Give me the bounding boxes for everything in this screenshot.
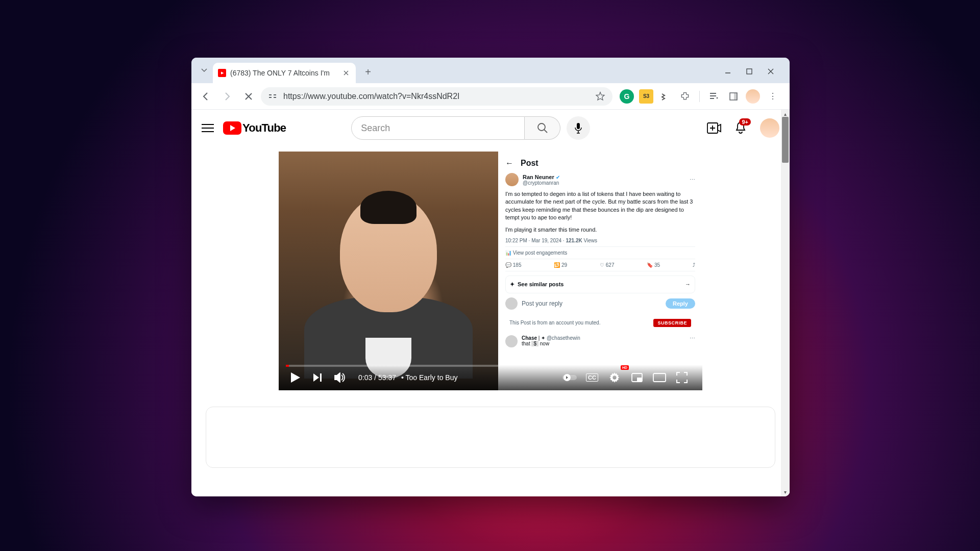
voice-search-button[interactable]: [567, 116, 590, 140]
svg-rect-13: [577, 123, 580, 129]
likes-count: ♡ 627: [600, 262, 614, 268]
subscribe-overlay-badge: SUBSCRIBE: [653, 319, 691, 327]
header-actions: 9+: [707, 118, 779, 138]
chrome-menu-button[interactable]: ⋮: [765, 91, 780, 101]
scrollbar-thumb[interactable]: [782, 117, 789, 163]
close-window-button[interactable]: [767, 68, 776, 77]
stop-reload-button[interactable]: [239, 87, 258, 106]
play-button[interactable]: [286, 368, 304, 387]
new-tab-button[interactable]: +: [360, 64, 376, 80]
back-button[interactable]: [197, 87, 215, 106]
vertical-scrollbar[interactable]: ▴ ▾: [781, 110, 790, 496]
svg-rect-18: [637, 378, 642, 381]
time-display: 0:03 / 53:37: [358, 373, 396, 382]
toolbar: https://www.youtube.com/watch?v=Nkr4ssNd…: [191, 83, 790, 110]
search-button[interactable]: [525, 116, 560, 140]
svg-rect-7: [710, 95, 716, 96]
reply-avatar: [505, 297, 518, 310]
svg-rect-1: [747, 69, 752, 74]
presenter-figure: [320, 180, 457, 358]
separator: [699, 91, 700, 102]
side-panel-icon[interactable]: [726, 89, 741, 104]
account-avatar[interactable]: [760, 118, 779, 138]
share-icon: ⤴: [693, 262, 695, 268]
tab-strip: (6783) The ONLY 7 Altcoins I'm +: [191, 58, 790, 83]
bookmark-star-icon[interactable]: [595, 91, 605, 102]
forward-button[interactable]: [218, 87, 236, 106]
hd-badge: HD: [621, 365, 629, 370]
video-player[interactable]: ← Post Ran Neuner ✔ @cryptomanran ⋯ I'm …: [279, 152, 702, 390]
tweet-panel: ← Post Ran Neuner ✔ @cryptomanran ⋯ I'm …: [498, 152, 702, 390]
youtube-header: YouTube Search 9+: [191, 110, 790, 146]
browser-window: (6783) The ONLY 7 Altcoins I'm + https:/…: [191, 58, 790, 496]
notification-count-badge: 9+: [739, 118, 751, 126]
arrow-right-icon: →: [685, 281, 691, 287]
tweet-actions-row: 💬 185 🔁 29 ♡ 627 🔖 35 ⤴: [505, 259, 695, 271]
reading-list-icon[interactable]: [707, 89, 721, 104]
notifications-button[interactable]: 9+: [734, 121, 747, 135]
settings-button[interactable]: HD: [605, 368, 624, 387]
bookmarks-count: 🔖 35: [647, 262, 660, 268]
tweet-header: ← Post: [505, 157, 695, 173]
autoplay-toggle[interactable]: [560, 368, 579, 387]
extension-grammarly-icon[interactable]: G: [620, 89, 634, 104]
extension-s3-icon[interactable]: S3: [639, 89, 653, 104]
svg-point-11: [538, 123, 545, 131]
sparkle-icon: ✦: [510, 281, 514, 288]
maximize-button[interactable]: [746, 68, 755, 77]
tweet-author-handle: @cryptomanran: [523, 180, 560, 186]
miniplayer-button[interactable]: [628, 368, 646, 387]
search-container: Search: [351, 116, 590, 140]
guide-menu-button[interactable]: [202, 122, 214, 134]
scroll-down-arrow-icon[interactable]: ▾: [781, 488, 790, 496]
tab-close-button[interactable]: [341, 68, 351, 78]
verified-badge-icon: ✔: [556, 174, 560, 180]
tweet-author-row: Ran Neuner ✔ @cryptomanran ⋯: [505, 173, 695, 186]
youtube-favicon-icon: [218, 69, 226, 77]
theater-button[interactable]: [650, 368, 669, 387]
reply-button: Reply: [666, 298, 695, 309]
extension-todoist-icon[interactable]: [658, 89, 673, 104]
engagements-link: 📊 View post engagements: [505, 246, 695, 256]
url-text: https://www.youtube.com/watch?v=Nkr4ssNd…: [283, 92, 459, 101]
volume-button[interactable]: [331, 368, 349, 387]
svg-rect-8: [710, 98, 714, 99]
description-card: [206, 407, 775, 468]
chapter-title[interactable]: • Too Early to Buy: [401, 373, 457, 382]
next-button[interactable]: [308, 368, 327, 387]
tweet-author-avatar: [505, 173, 519, 186]
address-bar[interactable]: https://www.youtube.com/watch?v=Nkr4ssNd…: [261, 87, 612, 106]
tab-search-dropdown[interactable]: [195, 62, 213, 79]
reply-item: Chase | ✦ @chasethewin that $ now ⋯: [505, 335, 695, 347]
svg-rect-5: [274, 97, 276, 98]
reply-more-icon: ⋯: [690, 335, 695, 342]
extensions-menu-icon[interactable]: [678, 89, 692, 104]
back-arrow-icon: ←: [505, 159, 513, 168]
tweet-author-name: Ran Neuner: [523, 174, 554, 180]
search-input[interactable]: Search: [351, 116, 525, 140]
tweet-body-1: I'm so tempted to degen into a list of t…: [505, 190, 695, 222]
youtube-logo[interactable]: YouTube: [223, 121, 286, 135]
profile-avatar-button[interactable]: [746, 89, 760, 104]
svg-rect-2: [269, 94, 272, 95]
browser-tab[interactable]: (6783) The ONLY 7 Altcoins I'm: [213, 63, 356, 83]
similar-posts-button: ✦ See similar posts →: [505, 276, 695, 293]
svg-rect-19: [653, 373, 666, 382]
page-content: YouTube Search 9+: [191, 110, 790, 496]
extension-icons: G S3 ⋮: [616, 89, 785, 104]
post-heading: Post: [521, 159, 538, 168]
fullscreen-button[interactable]: [673, 368, 691, 387]
captions-button[interactable]: CC: [583, 368, 601, 387]
svg-rect-3: [269, 97, 272, 98]
player-controls: 0:03 / 53:37 • Too Early to Buy CC HD: [279, 365, 702, 390]
youtube-play-icon: [223, 121, 241, 135]
create-button[interactable]: [707, 122, 721, 134]
video-container: ← Post Ran Neuner ✔ @cryptomanran ⋯ I'm …: [279, 152, 702, 390]
video-frame-left: [279, 152, 498, 390]
site-info-icon[interactable]: [268, 91, 278, 102]
tweet-body-2: I'm playing it smarter this time round.: [505, 226, 695, 234]
svg-line-12: [544, 130, 547, 133]
retweets-count: 🔁 29: [554, 262, 567, 268]
minimize-button[interactable]: [724, 68, 733, 77]
tweet-more-icon: ⋯: [690, 177, 695, 183]
